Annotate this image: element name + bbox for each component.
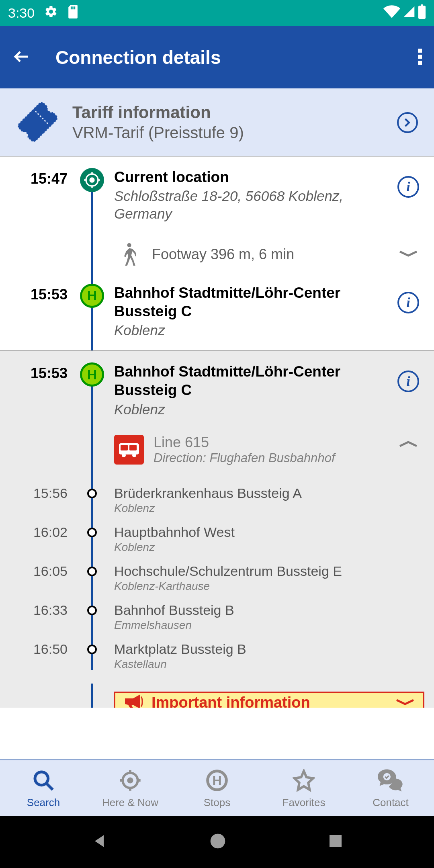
nav-label: Contact — [373, 796, 409, 809]
expand-chevron-icon[interactable] — [398, 250, 418, 258]
collapse-chevron-icon[interactable] — [398, 440, 418, 448]
tariff-info-row[interactable]: Tariff information VRM-Tarif (Preisstufe… — [0, 88, 434, 157]
svg-rect-18 — [330, 835, 342, 847]
stop-time: 16:05 — [33, 563, 68, 579]
nav-contact[interactable]: Contact — [347, 760, 434, 816]
info-button[interactable]: i — [397, 371, 419, 392]
svg-text:H: H — [212, 773, 222, 788]
step-name: Bahnhof Stadtmitte/Löhr-Center Bussteig … — [114, 362, 388, 400]
step-name: Current location — [114, 168, 388, 186]
sys-recent-button[interactable] — [328, 833, 344, 851]
stop-time: 16:33 — [33, 602, 68, 618]
info-button[interactable]: i — [397, 176, 419, 198]
journey-step-start: 15:47 Current location Schloßstraße 18-2… — [0, 157, 434, 280]
stop-name: Brüderkrankenhaus Bussteig A — [114, 485, 384, 501]
status-time: 3:30 — [8, 5, 35, 21]
stops-icon: H — [204, 768, 230, 793]
svg-rect-2 — [418, 61, 422, 65]
megaphone-icon — [123, 694, 143, 708]
journey-step-bus-start: 15:53 H Bahnhof Stadtmitte/Löhr-Center B… — [0, 350, 434, 477]
info-button[interactable]: i — [397, 292, 419, 313]
bus-line-name: Line 615 — [154, 434, 335, 451]
journey-step-walk-end: 15:53 H Bahnhof Stadtmitte/Löhr-Center B… — [0, 280, 434, 350]
important-info-row[interactable]: Important information — [0, 684, 434, 708]
svg-point-5 — [127, 243, 131, 247]
app-bar: Connection details — [0, 26, 434, 88]
step-name: Bahnhof Stadtmitte/Löhr-Center Bussteig … — [114, 284, 388, 321]
stop-city: Koblenz — [114, 541, 384, 554]
step-time: 15:53 — [10, 286, 68, 303]
nav-favorites[interactable]: Favorites — [260, 760, 347, 816]
svg-rect-8 — [129, 445, 137, 450]
stop-time: 15:56 — [33, 485, 68, 501]
svg-rect-7 — [121, 445, 128, 450]
stop-name: Bahnhof Bussteig B — [114, 602, 384, 618]
locate-icon — [117, 768, 143, 793]
walk-icon — [114, 240, 142, 268]
sys-home-button[interactable] — [209, 832, 227, 852]
intermediate-stops: 15:56 Brüderkrankenhaus Bussteig A Koble… — [0, 477, 434, 684]
more-options-button[interactable] — [418, 48, 422, 67]
battery-icon — [418, 4, 426, 22]
step-time: 15:47 — [10, 170, 68, 187]
intermediate-stop: 15:56 Brüderkrankenhaus Bussteig A Koble… — [0, 481, 434, 520]
sys-back-button[interactable] — [90, 832, 108, 852]
bottom-nav: Search Here & Now H Stops Favorites Cont… — [0, 760, 434, 816]
tariff-subtitle: VRM-Tarif (Preisstufe 9) — [72, 124, 244, 142]
settings-icon — [44, 5, 58, 22]
important-info-label: Important information — [151, 694, 310, 708]
nav-label: Search — [27, 796, 60, 809]
stop-time: 16:50 — [33, 641, 68, 657]
nav-label: Stops — [204, 796, 231, 809]
bus-line-direction: Direction: Flughafen Busbahnhof — [154, 451, 335, 465]
stop-time: 16:02 — [33, 524, 68, 540]
status-bar: 3:30 — [0, 0, 434, 26]
bus-stop-icon: H — [80, 362, 104, 387]
search-icon — [31, 768, 56, 793]
intermediate-stop: 16:33 Bahnhof Bussteig B Emmelshausen — [0, 598, 434, 637]
step-time: 15:53 — [10, 365, 68, 382]
svg-point-13 — [128, 778, 132, 782]
chat-icon — [378, 768, 403, 793]
nav-stops[interactable]: H Stops — [174, 760, 260, 816]
stop-name: Hauptbahnhof West — [114, 524, 384, 540]
stop-name: Marktplatz Bussteig B — [114, 641, 384, 657]
stop-dot-icon — [87, 606, 97, 615]
svg-point-17 — [211, 834, 225, 849]
intermediate-stop: 16:02 Hauptbahnhof West Koblenz — [0, 520, 434, 559]
stop-city: Koblenz — [114, 502, 384, 515]
page-title: Connection details — [55, 47, 221, 68]
expand-chevron-icon — [395, 698, 415, 706]
step-detail: Schloßstraße 18-20, 56068 Koblenz, Germa… — [114, 187, 388, 223]
nav-label: Favorites — [283, 796, 326, 809]
stop-name: Hochschule/Schulzentrum Bussteig E — [114, 563, 384, 579]
nav-search[interactable]: Search — [0, 760, 87, 816]
cell-signal-icon — [403, 5, 416, 21]
stop-city: Kastellaun — [114, 658, 384, 671]
intermediate-stop: 16:05 Hochschule/Schulzentrum Bussteig E… — [0, 559, 434, 598]
stop-dot-icon — [87, 489, 97, 498]
step-city: Koblenz — [114, 401, 388, 418]
star-icon — [291, 768, 317, 793]
stop-city: Koblenz-Karthause — [114, 580, 384, 593]
nav-label: Here & Now — [102, 796, 158, 809]
tariff-title: Tariff information — [72, 103, 244, 122]
wifi-icon — [383, 5, 400, 21]
tariff-chevron-icon — [397, 112, 418, 133]
system-nav-bar — [0, 816, 434, 868]
svg-point-10 — [132, 453, 136, 457]
bus-stop-icon: H — [80, 284, 104, 308]
back-button[interactable] — [12, 47, 31, 68]
svg-rect-1 — [418, 55, 422, 59]
nav-here-now[interactable]: Here & Now — [87, 760, 174, 816]
svg-point-9 — [122, 453, 126, 457]
walk-description: Footway 396 m, 6 min — [152, 246, 294, 263]
current-location-icon — [80, 168, 104, 192]
journey-content: 15:47 Current location Schloßstraße 18-2… — [0, 157, 434, 760]
stop-city: Emmelshausen — [114, 619, 384, 632]
svg-point-3 — [90, 178, 94, 182]
ticket-icon — [16, 100, 60, 144]
svg-rect-0 — [418, 49, 422, 53]
step-city: Koblenz — [114, 321, 388, 339]
sd-card-icon — [68, 5, 80, 22]
